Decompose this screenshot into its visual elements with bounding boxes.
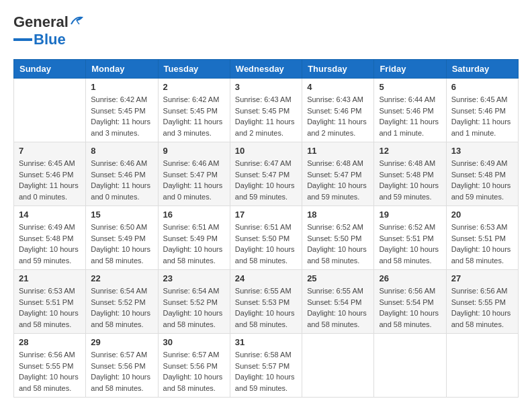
cell-info: Sunrise: 6:51 AMSunset: 5:49 PMDaylight:… [163,222,225,266]
cell-info: Sunrise: 6:53 AMSunset: 5:51 PMDaylight:… [19,285,81,330]
day-number: 10 [235,146,297,156]
cell-info: Sunrise: 6:51 AMSunset: 5:50 PMDaylight:… [235,222,297,266]
cell-info: Sunrise: 6:49 AMSunset: 5:48 PMDaylight:… [19,222,81,266]
day-number: 4 [307,82,369,92]
col-header-thursday: Thursday [302,60,374,79]
cell-info: Sunrise: 6:42 AMSunset: 5:45 PMDaylight:… [91,94,152,138]
calendar-cell: 27Sunrise: 6:56 AMSunset: 5:55 PMDayligh… [446,270,518,334]
day-number: 28 [19,337,81,347]
day-number: 30 [163,337,225,347]
calendar-cell: 12Sunrise: 6:48 AMSunset: 5:48 PMDayligh… [374,142,446,206]
cell-info: Sunrise: 6:54 AMSunset: 5:52 PMDaylight:… [91,285,152,330]
calendar-cell: 15Sunrise: 6:50 AMSunset: 5:49 PMDayligh… [86,206,158,270]
day-number: 12 [379,146,441,156]
calendar-cell: 16Sunrise: 6:51 AMSunset: 5:49 PMDayligh… [158,206,230,270]
calendar-cell: 18Sunrise: 6:52 AMSunset: 5:50 PMDayligh… [302,206,374,270]
cell-info: Sunrise: 6:56 AMSunset: 5:55 PMDaylight:… [451,285,513,330]
calendar-cell: 24Sunrise: 6:55 AMSunset: 5:53 PMDayligh… [230,270,302,334]
calendar-cell: 11Sunrise: 6:48 AMSunset: 5:47 PMDayligh… [302,142,374,206]
day-number: 8 [91,146,152,156]
calendar-cell: 20Sunrise: 6:53 AMSunset: 5:51 PMDayligh… [446,206,518,270]
day-number: 19 [379,210,441,220]
col-header-sunday: Sunday [14,60,86,79]
calendar-cell: 14Sunrise: 6:49 AMSunset: 5:48 PMDayligh… [14,206,86,270]
cell-info: Sunrise: 6:49 AMSunset: 5:48 PMDaylight:… [451,158,513,202]
calendar-cell [302,334,374,398]
day-number: 7 [19,146,81,156]
calendar-cell: 3Sunrise: 6:43 AMSunset: 5:45 PMDaylight… [230,79,302,142]
cell-info: Sunrise: 6:52 AMSunset: 5:50 PMDaylight:… [307,222,369,266]
col-header-friday: Friday [374,60,446,79]
cell-info: Sunrise: 6:46 AMSunset: 5:46 PMDaylight:… [91,158,152,202]
cell-info: Sunrise: 6:56 AMSunset: 5:55 PMDaylight:… [19,349,81,394]
cell-info: Sunrise: 6:43 AMSunset: 5:46 PMDaylight:… [307,94,369,138]
calendar-cell: 22Sunrise: 6:54 AMSunset: 5:52 PMDayligh… [86,270,158,334]
day-number: 16 [163,210,225,220]
logo-blue-text: Blue [34,31,66,48]
col-header-saturday: Saturday [446,60,518,79]
cell-info: Sunrise: 6:55 AMSunset: 5:54 PMDaylight:… [307,285,369,330]
cell-info: Sunrise: 6:45 AMSunset: 5:46 PMDaylight:… [451,94,513,138]
calendar-cell: 4Sunrise: 6:43 AMSunset: 5:46 PMDaylight… [302,79,374,142]
cell-info: Sunrise: 6:52 AMSunset: 5:51 PMDaylight:… [379,222,441,266]
cell-info: Sunrise: 6:50 AMSunset: 5:49 PMDaylight:… [91,222,152,266]
cell-info: Sunrise: 6:48 AMSunset: 5:47 PMDaylight:… [307,158,369,202]
calendar-cell: 29Sunrise: 6:57 AMSunset: 5:56 PMDayligh… [86,334,158,398]
calendar-cell: 7Sunrise: 6:45 AMSunset: 5:46 PMDaylight… [14,142,86,206]
day-number: 15 [91,210,152,220]
calendar-week-2: 14Sunrise: 6:49 AMSunset: 5:48 PMDayligh… [14,206,519,270]
calendar-cell: 19Sunrise: 6:52 AMSunset: 5:51 PMDayligh… [374,206,446,270]
day-number: 1 [91,82,152,92]
day-number: 25 [307,273,369,283]
day-number: 6 [451,82,513,92]
day-number: 9 [163,146,225,156]
day-number: 13 [451,146,513,156]
calendar-cell: 17Sunrise: 6:51 AMSunset: 5:50 PMDayligh… [230,206,302,270]
calendar-cell: 25Sunrise: 6:55 AMSunset: 5:54 PMDayligh… [302,270,374,334]
day-number: 22 [91,273,152,283]
cell-info: Sunrise: 6:47 AMSunset: 5:47 PMDaylight:… [235,158,297,202]
calendar-cell: 30Sunrise: 6:57 AMSunset: 5:56 PMDayligh… [158,334,230,398]
col-header-wednesday: Wednesday [230,60,302,79]
cell-info: Sunrise: 6:57 AMSunset: 5:56 PMDaylight:… [163,349,225,394]
day-number: 26 [379,273,441,283]
day-number: 31 [235,337,297,347]
calendar-cell [14,79,86,142]
calendar-cell: 31Sunrise: 6:58 AMSunset: 5:57 PMDayligh… [230,334,302,398]
page-header: General Blue [13,13,519,48]
cell-info: Sunrise: 6:58 AMSunset: 5:57 PMDaylight:… [235,349,297,394]
calendar-week-1: 7Sunrise: 6:45 AMSunset: 5:46 PMDaylight… [14,142,519,206]
calendar-cell: 9Sunrise: 6:46 AMSunset: 5:47 PMDaylight… [158,142,230,206]
day-number: 3 [235,82,297,92]
calendar-cell: 21Sunrise: 6:53 AMSunset: 5:51 PMDayligh… [14,270,86,334]
calendar-cell: 13Sunrise: 6:49 AMSunset: 5:48 PMDayligh… [446,142,518,206]
day-number: 2 [163,82,225,92]
col-header-monday: Monday [86,60,158,79]
day-number: 18 [307,210,369,220]
calendar-cell: 23Sunrise: 6:54 AMSunset: 5:52 PMDayligh… [158,270,230,334]
calendar-week-4: 28Sunrise: 6:56 AMSunset: 5:55 PMDayligh… [14,334,519,398]
cell-info: Sunrise: 6:45 AMSunset: 5:46 PMDaylight:… [19,158,81,202]
calendar-cell: 8Sunrise: 6:46 AMSunset: 5:46 PMDaylight… [86,142,158,206]
cell-info: Sunrise: 6:56 AMSunset: 5:54 PMDaylight:… [379,285,441,330]
cell-info: Sunrise: 6:46 AMSunset: 5:47 PMDaylight:… [163,158,225,202]
logo-general-text: General [13,13,69,31]
cell-info: Sunrise: 6:53 AMSunset: 5:51 PMDaylight:… [451,222,513,266]
calendar-cell: 5Sunrise: 6:44 AMSunset: 5:46 PMDaylight… [374,79,446,142]
cell-info: Sunrise: 6:42 AMSunset: 5:45 PMDaylight:… [163,94,225,138]
calendar-cell: 10Sunrise: 6:47 AMSunset: 5:47 PMDayligh… [230,142,302,206]
day-number: 24 [235,273,297,283]
day-number: 20 [451,210,513,220]
cell-info: Sunrise: 6:44 AMSunset: 5:46 PMDaylight:… [379,94,441,138]
calendar-cell [374,334,446,398]
day-number: 27 [451,273,513,283]
calendar-week-3: 21Sunrise: 6:53 AMSunset: 5:51 PMDayligh… [14,270,519,334]
calendar-cell: 28Sunrise: 6:56 AMSunset: 5:55 PMDayligh… [14,334,86,398]
logo: General Blue [13,13,85,48]
day-number: 5 [379,82,441,92]
day-number: 29 [91,337,152,347]
calendar-cell: 26Sunrise: 6:56 AMSunset: 5:54 PMDayligh… [374,270,446,334]
day-number: 23 [163,273,225,283]
day-number: 17 [235,210,297,220]
calendar-cell: 2Sunrise: 6:42 AMSunset: 5:45 PMDaylight… [158,79,230,142]
